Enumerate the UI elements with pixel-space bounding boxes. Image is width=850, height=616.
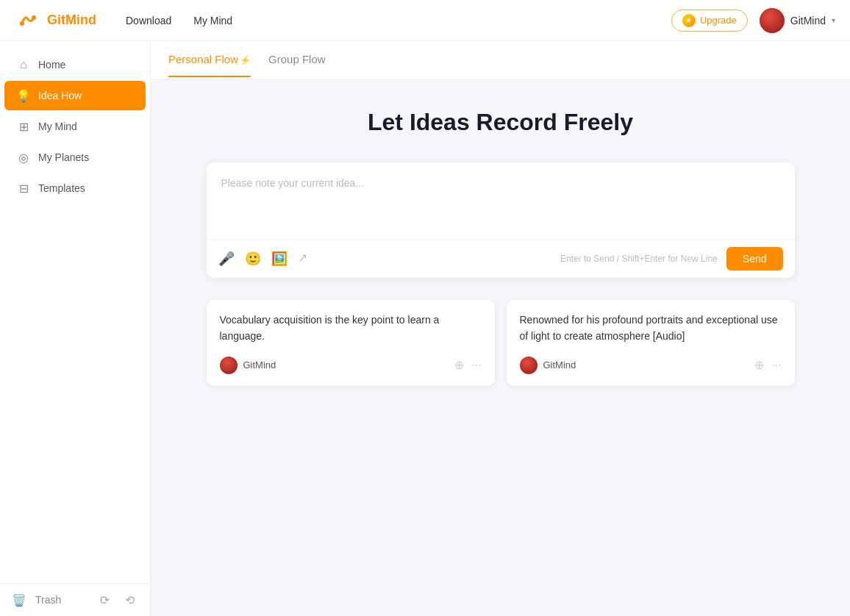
link-icon[interactable]: ↗ <box>298 251 307 267</box>
sidebar-icon-my-mind: ⊞ <box>16 119 31 134</box>
tabs-bar: Personal Flow⚡Group Flow <box>151 41 850 79</box>
upgrade-button[interactable]: ★ Upgrade <box>671 10 748 32</box>
idea-flow-main: Let Ideas Record Freely 🎤 🙂 🖼️ ↗ Enter t… <box>151 79 850 616</box>
sidebar-icon-templates: ⊟ <box>16 181 31 196</box>
card-username: GitMind <box>243 359 455 370</box>
sync-icon[interactable]: ⟲ <box>121 591 138 609</box>
microphone-icon[interactable]: 🎤 <box>218 251 235 267</box>
sidebar-bottom: 🗑️ Trash ⟳ ⟲ <box>0 583 150 616</box>
card-actions: ⊕··· <box>754 358 781 372</box>
avatar-image <box>760 8 785 33</box>
svg-point-2 <box>32 15 36 20</box>
card-actions: ⊕··· <box>454 358 481 372</box>
card-avatar <box>520 357 538 374</box>
sidebar-label-my-mind: My Mind <box>38 121 77 132</box>
logo-text: GitMind <box>47 12 96 28</box>
sidebar-item-idea-flow[interactable]: 💡Idea How <box>4 81 146 110</box>
page-title: Let Ideas Record Freely <box>165 109 835 136</box>
sidebar-icon-idea-flow: 💡 <box>16 88 31 103</box>
user-menu[interactable]: GitMind ▾ <box>760 8 835 33</box>
user-name-label: GitMind <box>790 15 826 26</box>
card-more-button[interactable]: ··· <box>471 359 481 372</box>
idea-card-footer: GitMind⊕··· <box>520 357 782 374</box>
sidebar-item-my-planets[interactable]: ◎My Planets <box>4 143 146 172</box>
user-avatar <box>760 8 785 33</box>
mymind-nav-link[interactable]: My Mind <box>193 15 232 26</box>
emoji-icon[interactable]: 🙂 <box>245 251 261 267</box>
sidebar-icon-my-planets: ◎ <box>16 150 31 165</box>
card-more-button[interactable]: ··· <box>771 359 781 372</box>
toolbar-icons: 🎤 🙂 🖼️ ↗ <box>218 251 307 267</box>
trash-label[interactable]: Trash <box>35 594 87 606</box>
card-add-button[interactable]: ⊕ <box>754 358 764 372</box>
sidebar-label-my-planets: My Planets <box>38 151 89 163</box>
sidebar-bottom-icons: ⟳ ⟲ <box>96 591 138 609</box>
idea-input-toolbar: 🎤 🙂 🖼️ ↗ Enter to Send / Shift+Enter for… <box>207 239 795 278</box>
topnav-right: ★ Upgrade GitMind ▾ <box>671 8 835 33</box>
card-add-button[interactable]: ⊕ <box>454 358 464 372</box>
tab-personal-flow[interactable]: Personal Flow⚡ <box>168 43 251 77</box>
sidebar-item-home[interactable]: ⌂Home <box>4 50 146 79</box>
send-button[interactable]: Send <box>726 247 783 271</box>
main-layout: ⌂Home💡Idea How⊞My Mind◎My Planets⊟Templa… <box>0 41 850 616</box>
idea-card-text: Renowned for his profound portraits and … <box>520 312 782 345</box>
sidebar-item-templates[interactable]: ⊟Templates <box>4 173 146 203</box>
download-nav-link[interactable]: Download <box>126 15 171 26</box>
trash-icon: 🗑️ <box>12 593 26 607</box>
sidebar-label-home: Home <box>38 59 65 71</box>
content-area: Personal Flow⚡Group Flow Let Ideas Recor… <box>151 41 850 616</box>
idea-card-footer: GitMind⊕··· <box>220 357 482 374</box>
gitmind-logo-icon <box>15 7 41 34</box>
refresh-icon[interactable]: ⟳ <box>96 591 113 609</box>
logo-area[interactable]: GitMind <box>15 7 96 34</box>
sidebar-item-my-mind[interactable]: ⊞My Mind <box>4 112 146 141</box>
idea-input-card: 🎤 🙂 🖼️ ↗ Enter to Send / Shift+Enter for… <box>207 162 795 278</box>
idea-textarea[interactable] <box>207 162 795 236</box>
tab-group-flow[interactable]: Group Flow <box>268 43 326 77</box>
tab-lightning-icon: ⚡ <box>240 55 251 65</box>
sidebar-label-templates: Templates <box>38 182 85 194</box>
idea-card-text: Vocabulary acquisition is the key point … <box>220 312 482 345</box>
idea-card-idea1: Vocabulary acquisition is the key point … <box>207 300 495 386</box>
sidebar: ⌂Home💡Idea How⊞My Mind◎My Planets⊟Templa… <box>0 41 151 616</box>
top-navigation: GitMind Download My Mind ★ Upgrade GitMi… <box>0 0 850 41</box>
card-avatar <box>220 357 238 374</box>
image-icon[interactable]: 🖼️ <box>271 251 288 267</box>
card-username: GitMind <box>543 359 755 370</box>
sidebar-label-idea-flow: Idea How <box>38 90 82 101</box>
sidebar-icon-home: ⌂ <box>16 57 31 72</box>
chevron-down-icon: ▾ <box>832 16 835 24</box>
send-hint: Enter to Send / Shift+Enter for New Line <box>560 254 718 264</box>
ideas-grid: Vocabulary acquisition is the key point … <box>207 300 795 386</box>
idea-card-idea2: Renowned for his profound portraits and … <box>507 300 795 386</box>
sidebar-nav: ⌂Home💡Idea How⊞My Mind◎My Planets⊟Templa… <box>0 41 150 583</box>
svg-point-1 <box>20 21 24 26</box>
upgrade-star-icon: ★ <box>682 14 696 27</box>
